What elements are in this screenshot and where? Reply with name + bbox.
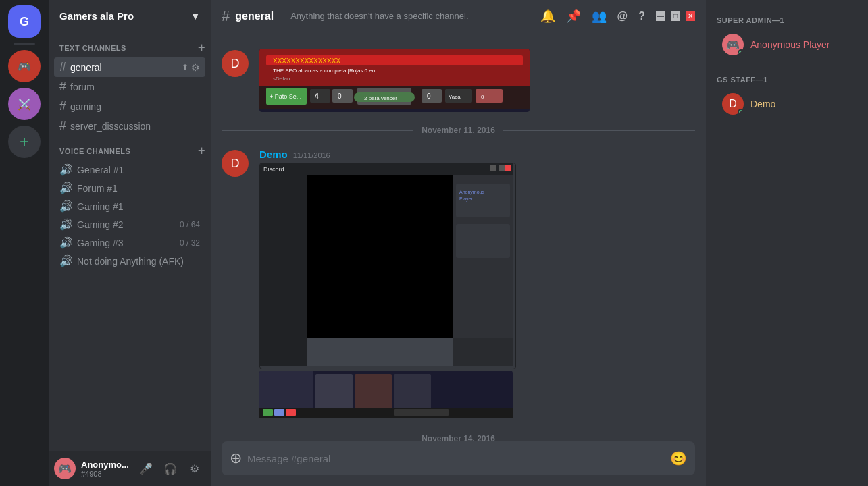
channel-item-server-discussion[interactable]: # server_disscussion [54,116,205,136]
voice-channels-section: VOICE CHANNELS + 🔊 General #1 🔊 Forum #1… [49,141,211,270]
message-header-demo-nov11: Demo 11/11/2016 [259,148,695,160]
message-screenshot-strip [259,371,513,421]
maximize-button[interactable]: □ [671,11,680,21]
emoji-picker-icon[interactable]: 😊 [670,450,687,466]
notification-bell-icon[interactable]: 🔔 [540,9,555,24]
svg-text:2 para vencer: 2 para vencer [364,95,397,101]
server-icon-2[interactable]: ⚔️ [8,88,41,120]
voice-channel-afk[interactable]: 🔊 Not doing Anything (AFK) [54,252,205,270]
svg-rect-27 [505,165,511,171]
channel-hash-icon: # [59,119,66,133]
message-avatar-demo-2: D [222,150,249,177]
message-input[interactable] [247,445,665,473]
message-author-demo[interactable]: Demo [259,148,288,160]
members-list-icon[interactable]: 👥 [592,9,607,24]
voice-channel-icon: 🔊 [59,254,73,267]
member-item-anonymous-player[interactable]: 🎮 Anonymous Player [711,30,863,59]
svg-text:+ Pato Se...: + Pato Se... [270,93,301,100]
gs-staff-section: GS STAFF—1 D Demo [706,70,868,119]
top-bar: # general Anything that doesn't have a s… [211,0,706,32]
svg-rect-44 [274,409,284,416]
voice-channel-gaming1[interactable]: 🔊 Gaming #1 [54,197,205,215]
voice-channel-name-afk: Not doing Anything (AFK) [77,256,200,267]
message-game-image: XXXXXXXXXXXXXXX THE SPO alcarcas a compl… [259,49,530,112]
svg-text:4: 4 [315,92,319,100]
pin-icon[interactable]: 📌 [566,9,581,24]
svg-rect-25 [490,165,496,171]
mention-icon[interactable]: @ [617,10,628,22]
messages-area: D XXXXXXXXXXXXXXX THE SPO alcarcas a com… [211,32,706,441]
channel-item-forum[interactable]: # forum [54,77,205,97]
message-input-area: ⊕ 😊 [211,441,706,486]
upload-file-icon[interactable]: ⊕ [230,441,242,475]
current-user-discriminator: #4908 [81,470,130,478]
svg-text:Player: Player [459,196,474,202]
date-divider-nov14: November 14, 2016 [222,434,695,441]
svg-rect-8 [310,89,330,103]
member-status-anonymous-player [738,49,744,55]
channel-sidebar: Gamers ala Pro ▼ TEXT CHANNELS + # gener… [49,0,211,486]
server-icon-gamers-ala-pro[interactable]: G [8,5,41,38]
svg-rect-35 [307,338,453,366]
divider-line-left-2 [222,439,413,439]
voice-channel-gaming3[interactable]: 🔊 Gaming #3 0 / 32 [54,234,205,252]
add-text-channel-button[interactable]: + [198,40,205,55]
voice-channel-icon: 🔊 [59,218,73,231]
voice-channel-general1[interactable]: 🔊 General #1 [54,161,205,179]
svg-rect-32 [456,224,510,258]
user-controls: 🎤 🎧 ⚙ [135,458,205,479]
svg-rect-14 [422,89,442,103]
message-content-1: XXXXXXXXXXXXXXX THE SPO alcarcas a compl… [259,49,695,112]
voice-channel-limit-gaming2: 0 / 64 [180,220,200,230]
voice-channels-label: VOICE CHANNELS [59,147,130,155]
svg-rect-39 [315,374,353,411]
channel-name-server-discussion: server_disscussion [70,121,200,132]
message-group-game: D XXXXXXXXXXXXXXX THE SPO alcarcas a com… [211,43,706,115]
channel-title-name: general [235,10,274,22]
voice-channel-name-gaming3: Gaming #3 [77,238,180,248]
current-user-name: Anonymo... [81,460,130,470]
svg-rect-36 [453,338,513,366]
server-icon-1[interactable]: 🎮 [8,50,41,82]
member-item-demo[interactable]: D Demo [711,89,863,119]
svg-text:THE SPO alcarcas a completa [R: THE SPO alcarcas a completa [Rojas 0 en.… [273,68,380,74]
server-dropdown-arrow: ▼ [190,11,200,22]
text-channels-header[interactable]: TEXT CHANNELS + [49,38,211,57]
user-area: 🎮 Anonymo... #4908 🎤 🎧 ⚙ [49,451,211,486]
svg-rect-28 [260,176,307,366]
add-server-button[interactable]: + [8,126,41,158]
member-name-anonymous-player: Anonymous Player [750,39,830,50]
voice-channels-header[interactable]: VOICE CHANNELS + [49,141,211,161]
add-voice-channel-button[interactable]: + [198,144,205,158]
svg-rect-18 [476,89,503,103]
members-sidebar: SUPER ADMIN—1 🎮 Anonymous Player GS STAF… [706,0,868,486]
voice-channel-name-forum1: Forum #1 [77,183,200,194]
close-button[interactable]: ✕ [686,11,695,21]
minimize-button[interactable]: — [656,11,665,21]
channel-item-general[interactable]: # general ⬆ ⚙ [54,57,205,77]
svg-text:XXXXXXXXXXXXXXX: XXXXXXXXXXXXXXX [273,57,340,65]
voice-channel-gaming2[interactable]: 🔊 Gaming #2 0 / 64 [54,215,205,234]
message-content-2: Demo 11/11/2016 Discord [259,148,695,421]
voice-channel-name-general1: General #1 [77,165,200,176]
mute-button[interactable]: 🎤 [135,458,157,479]
voice-channel-icon: 🔊 [59,163,73,176]
deafen-button[interactable]: 🎧 [159,458,181,479]
svg-rect-40 [355,374,392,411]
channel-item-gaming[interactable]: # gaming [54,97,205,116]
channel-settings-icon[interactable]: ⚙ [191,62,200,73]
svg-text:0: 0 [427,92,431,100]
channel-title-hash-icon: # [222,7,230,25]
channel-upload-icon[interactable]: ⬆ [182,63,188,72]
user-settings-button[interactable]: ⚙ [184,458,205,479]
member-name-demo: Demo [750,99,775,109]
server-header[interactable]: Gamers ala Pro ▼ [49,0,211,32]
voice-channel-name-gaming1: Gaming #1 [77,201,200,212]
svg-rect-23 [260,163,513,176]
svg-text:0: 0 [481,94,484,100]
help-icon[interactable]: ? [638,10,645,22]
member-avatar-anonymous-player: 🎮 [722,34,744,55]
voice-channel-forum1[interactable]: 🔊 Forum #1 [54,179,205,197]
channel-name-gaming: gaming [70,101,200,112]
svg-rect-46 [394,409,449,416]
